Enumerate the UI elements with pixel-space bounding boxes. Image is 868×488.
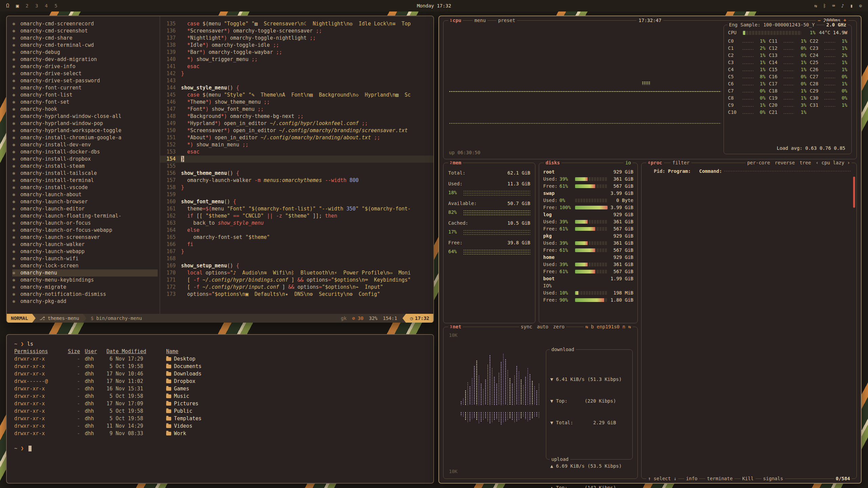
file-item[interactable]: ✱omarchy-lock-screen xyxy=(12,262,160,269)
signals-button[interactable]: signals xyxy=(762,475,785,482)
file-item[interactable]: ✱omarchy-pkg-add xyxy=(12,298,160,305)
code-line[interactable]: 143 xyxy=(160,77,433,84)
kill-button[interactable]: Kill xyxy=(741,475,755,482)
interval-minus-button[interactable]: − xyxy=(818,18,821,23)
code-line[interactable]: 157 omarchy-launch-walker -m menus:omarc… xyxy=(160,177,433,184)
process-header[interactable]: Pid:Program:Command: xyxy=(646,168,853,176)
file-item[interactable]: ✱omarchy-launch-screensaver xyxy=(12,234,160,241)
code-line[interactable]: 140 *) show_trigger_menu ;; xyxy=(160,56,433,63)
code-line[interactable]: 149 *Hyprland*) open_in_editor ~/.config… xyxy=(160,120,433,127)
file-item[interactable]: ✱omarchy-notification-dismiss xyxy=(12,291,160,298)
code-line[interactable]: 162 if [[ "$theme" == "CNCLD" || -z "$th… xyxy=(160,212,433,220)
file-item[interactable]: ✱omarchy-launch-floating-terminal- xyxy=(12,212,160,220)
volume-icon[interactable]: ♪ xyxy=(841,3,844,8)
code-line[interactable]: 137 *Nightlight*) omarchy-toggle-nightli… xyxy=(160,35,433,42)
file-name[interactable]: Dropbox xyxy=(166,378,195,385)
file-item[interactable]: ✱omarchy-launch-or-focus xyxy=(12,220,160,227)
file-item[interactable]: ✱omarchy-cmd-screenshot xyxy=(12,27,160,35)
code-line[interactable]: 145 case $(menu "Style" "✎ Theme\nA Font… xyxy=(160,92,433,99)
code-line[interactable]: 136 *Screensaver*) omarchy-toggle-screen… xyxy=(160,27,433,35)
code-line[interactable]: 167} xyxy=(160,248,433,255)
code-line[interactable]: 159 xyxy=(160,191,433,198)
disks-box-title[interactable]: disks xyxy=(544,159,561,166)
file-item[interactable]: ✱omarchy-launch-browser xyxy=(12,198,160,205)
code-line[interactable]: 146 *Theme*) show_theme_menu ;; xyxy=(160,99,433,106)
io-toggle[interactable]: io xyxy=(624,159,633,166)
code-line[interactable]: 163 back_to show_style_menu xyxy=(160,220,433,227)
file-name[interactable]: Music xyxy=(166,392,189,400)
mem-box-title[interactable]: 2mem xyxy=(448,159,463,166)
file-item[interactable]: ✱omarchy-install-dropbox xyxy=(12,156,160,163)
file-item[interactable]: ✱omarchy-install-docker-dbs xyxy=(12,148,160,156)
file-item[interactable]: ✱omarchy-install-chromium-google-a xyxy=(12,134,160,141)
terminal-window[interactable]: ~ ❯ ls PermissionsSizeUserDate ModifiedN… xyxy=(6,334,434,484)
file-item[interactable]: ✱omarchy-launch-wifi xyxy=(12,255,160,262)
code-line[interactable]: 155 xyxy=(160,163,433,170)
code-line[interactable]: 141 esac xyxy=(160,63,433,70)
file-item[interactable]: ✱omarchy-install-tailscale xyxy=(12,170,160,177)
code-line[interactable]: 166 fi xyxy=(160,241,433,248)
file-item[interactable]: ✱omarchy-install-steam xyxy=(12,163,160,170)
power-icon[interactable]: ⊙ xyxy=(859,3,862,8)
file-item[interactable]: ✱omarchy-hyprland-window-pop xyxy=(12,120,160,127)
zero-button[interactable]: zero xyxy=(553,323,565,330)
file-item[interactable]: ✱omarchy-drive-select xyxy=(12,70,160,77)
code-line[interactable]: 168 xyxy=(160,255,433,262)
file-item[interactable]: ✱omarchy-migrate xyxy=(12,284,160,291)
code-line[interactable]: 153 esac xyxy=(160,148,433,156)
file-name[interactable]: Pictures xyxy=(166,400,198,407)
code-line[interactable]: 138 *Idle*) omarchy-toggle-idle ;; xyxy=(160,42,433,49)
process-column-header[interactable]: Program: xyxy=(668,168,699,176)
file-item[interactable]: ✱omarchy-drive-set-password xyxy=(12,77,160,84)
process-column-header[interactable]: Command: xyxy=(699,168,722,176)
select-keys[interactable]: ↑ select ↓ xyxy=(646,475,678,482)
file-name[interactable]: Games xyxy=(166,385,189,392)
file-item[interactable]: ✱omarchy-font-set xyxy=(12,99,160,106)
code-line[interactable]: 161 theme=$(menu "Font" "$(omarchy-font-… xyxy=(160,205,433,212)
code-line[interactable]: 144show_style_menu() { xyxy=(160,84,433,92)
file-item[interactable]: ✱omarchy-launch-walker xyxy=(12,241,160,248)
interface-selector[interactable]: ⇆ b enp191s0 n ⇆ xyxy=(584,323,633,330)
info-button[interactable]: info xyxy=(684,475,699,482)
file-item[interactable]: ✱omarchy-install-vscode xyxy=(12,184,160,191)
code-line[interactable]: 164 else xyxy=(160,227,433,234)
reverse-toggle[interactable]: reverse xyxy=(775,159,795,166)
workspace-5[interactable]: 5 xyxy=(55,3,57,8)
menu-button[interactable]: menu xyxy=(473,17,488,24)
file-item[interactable]: ✱omarchy-hyprland-workspace-toggle xyxy=(12,127,160,134)
file-item[interactable]: ✱omarchy-launch-about xyxy=(12,191,160,198)
cpu-mode-selector[interactable]: ‹ cpu lazy › xyxy=(816,159,850,166)
file-name[interactable]: Downloads xyxy=(166,370,201,378)
file-item[interactable]: ✱omarchy-install-terminal xyxy=(12,177,160,184)
file-item[interactable]: ✱omarchy-cmd-terminal-cwd xyxy=(12,42,160,49)
code-line[interactable]: 170 local options="♪ Audio\n≋ Wifi\nᛒ Bl… xyxy=(160,269,433,277)
auto-button[interactable]: auto xyxy=(537,323,549,330)
file-item[interactable]: ✱omarchy-menu-keybindings xyxy=(12,277,160,284)
workspace-2[interactable]: 2 xyxy=(25,3,28,8)
file-name[interactable]: Templates xyxy=(166,415,201,422)
proc-box-title[interactable]: 4proc xyxy=(646,159,664,166)
terminate-button[interactable]: terminate xyxy=(705,475,734,482)
file-name[interactable]: Work xyxy=(166,430,186,437)
file-item[interactable]: ✱omarchy-font-list xyxy=(12,92,160,99)
file-item[interactable]: ✱omarchy-hyprland-window-close-all xyxy=(12,113,160,120)
cpu-box-title[interactable]: 1cpu xyxy=(448,17,463,24)
file-name[interactable]: Desktop xyxy=(166,355,195,363)
file-item[interactable]: ✱omarchy-cmd-screenrecord xyxy=(12,20,160,27)
per-core-toggle[interactable]: per-core xyxy=(747,159,770,166)
file-item[interactable]: ✱omarchy-menu xyxy=(12,269,158,277)
code-line[interactable]: 173 options="$options\n▣ Defaults\n✦ DNS… xyxy=(160,291,433,298)
net-box-title[interactable]: 3net xyxy=(448,323,463,330)
file-name[interactable]: Videos xyxy=(166,422,192,430)
code-line[interactable]: 158} xyxy=(160,184,433,191)
file-item[interactable]: ✱omarchy-font-current xyxy=(12,84,160,92)
code-line[interactable]: 169show_setup_menu() { xyxy=(160,262,433,269)
screencast-icon[interactable]: ⇆ xyxy=(814,3,817,8)
code-line[interactable]: 172 [ -f ~/.config/hypr/input.conf ] && … xyxy=(160,284,433,291)
file-name[interactable]: Public xyxy=(166,407,192,415)
code-line[interactable]: 165 omarchy-font-set "$theme" xyxy=(160,234,433,241)
file-item[interactable]: ✱omarchy-install-dev-env xyxy=(12,141,160,148)
filter-button[interactable]: filter xyxy=(671,159,691,166)
battery-icon[interactable]: ▮ xyxy=(850,3,853,8)
file-item[interactable]: ✱omarchy-dev-add-migration xyxy=(12,56,160,63)
